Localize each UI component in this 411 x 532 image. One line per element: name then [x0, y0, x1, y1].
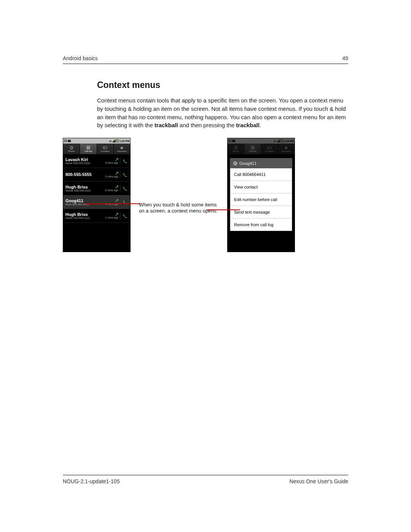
battery-icon [116, 139, 119, 142]
status-time: 1:23 PM [284, 140, 294, 142]
svg-rect-29 [281, 141, 282, 142]
call-entry-time: 0 mins ago [105, 161, 118, 164]
tab-label: Favorites [282, 150, 291, 152]
context-menu-panel: Goog411 Call 8004664411View contactEdit … [230, 158, 292, 231]
call-log-row[interactable]: Hugh BrissHome 510-555-11112 mins ago [63, 209, 130, 223]
context-menu-item[interactable]: Call 8004664411 [230, 168, 292, 181]
tab-contacts[interactable]: Contacts [261, 144, 278, 154]
svg-point-12 [71, 146, 72, 149]
running-footer: NOUG-2.1-update1-105 Nexus One User's Gu… [63, 475, 348, 484]
dial-icon[interactable] [120, 158, 129, 165]
svg-rect-25 [278, 141, 279, 143]
context-menu-title-row: Goog411 [230, 158, 292, 168]
figure-container: 3G 1:23 PM PhoneCall logContactsFavorite… [63, 138, 348, 256]
svg-rect-26 [279, 140, 279, 142]
callout-leader-right [207, 209, 240, 210]
battery-icon [280, 139, 284, 142]
outgoing-call-icon [115, 158, 119, 161]
tab-phone[interactable]: Phone [228, 144, 244, 154]
call-log-row[interactable]: 800-555-55550 mins ago [63, 168, 130, 182]
network-3g-icon: 3G [274, 139, 277, 142]
call-entry-name: Lavash Kiri [65, 157, 105, 162]
outgoing-call-icon [115, 185, 119, 189]
tab-label: Phone [233, 150, 239, 152]
mail-icon [232, 139, 235, 142]
outgoing-call-icon [115, 199, 119, 203]
call-entry-subline: Mobile 650-555-2222 [65, 189, 105, 192]
page-number: 49 [342, 55, 348, 61]
context-menu-item[interactable]: Remove from call log [230, 219, 292, 231]
svg-rect-24 [277, 141, 278, 142]
svg-rect-21 [229, 141, 231, 141]
tab-contacts[interactable]: Contacts [97, 144, 114, 154]
tab-phone[interactable]: Phone [63, 144, 80, 154]
svg-rect-17 [103, 147, 107, 149]
call-entry-name: Hugh Briss [65, 185, 105, 189]
phone-screenshot-calllog: 3G 1:23 PM PhoneCall logContactsFavorite… [63, 138, 131, 252]
context-menu-item[interactable]: Edit number before call [230, 193, 292, 206]
call-log-list: Lavash KiriHome 650-555-33330 mins ago80… [63, 154, 130, 223]
mail-icon [68, 139, 71, 142]
svg-point-18 [104, 147, 105, 148]
tab-call-log[interactable]: Call log [244, 144, 261, 154]
signal-icon [113, 139, 116, 142]
footer-left: NOUG-2.1-update1-105 [63, 478, 119, 484]
dial-icon[interactable] [120, 185, 129, 192]
call-entry-time: 2 mins ago [105, 216, 118, 219]
svg-text:3G: 3G [274, 140, 276, 142]
svg-rect-27 [279, 140, 280, 143]
svg-rect-4 [113, 141, 113, 142]
globe-icon [69, 146, 74, 150]
card-icon [267, 146, 272, 150]
dial-icon[interactable] [120, 199, 129, 206]
tab-call-log[interactable]: Call log [80, 144, 97, 154]
task-icon [64, 139, 67, 142]
svg-point-32 [235, 146, 236, 149]
tab-label: Favorites [117, 150, 127, 152]
svg-text:3G: 3G [109, 140, 112, 142]
svg-point-31 [234, 146, 237, 149]
svg-point-11 [70, 146, 73, 149]
svg-rect-7 [115, 140, 116, 143]
contact-disc-icon [233, 161, 237, 165]
running-header: Android basics 49 [63, 55, 348, 64]
tab-favorites[interactable]: Favorites [114, 144, 130, 154]
svg-rect-10 [117, 139, 118, 140]
call-log-row[interactable]: Goog411Work 800-466-44112 mins ago [63, 195, 130, 209]
call-log-row[interactable]: Lavash KiriHome 650-555-33330 mins ago [63, 154, 130, 168]
star-icon [119, 146, 124, 150]
footer-right: Nexus One User's Guide [290, 478, 348, 484]
call-entry-name: 800-555-5555 [65, 172, 105, 177]
network-3g-icon: 3G [109, 139, 112, 142]
dial-icon[interactable] [120, 171, 129, 178]
context-menu-item[interactable]: Send text message [230, 206, 292, 219]
tab-row: PhoneCall logContactsFavorites [63, 144, 130, 154]
call-entry-subline: Home 650-555-3333 [65, 162, 105, 165]
svg-marker-19 [120, 146, 124, 149]
status-bar: 3G 1:23 PM [63, 138, 130, 144]
tab-label: Phone [68, 150, 75, 152]
list-icon [250, 146, 255, 150]
body-paragraph: Context menus contain tools that apply t… [97, 96, 348, 129]
svg-rect-6 [114, 140, 115, 142]
call-entry-name: Goog411 [65, 198, 105, 203]
tab-label: Call log [84, 150, 92, 152]
tab-favorites[interactable]: Favorites [278, 144, 295, 154]
call-entry-time: 0 mins ago [105, 189, 118, 192]
status-bar: 3G 1:23 PM [228, 138, 295, 144]
status-time: 1:23 PM [119, 140, 129, 142]
call-entry-name: Hugh Briss [65, 212, 105, 217]
context-menu-item[interactable]: View contact [230, 181, 292, 193]
call-log-row[interactable]: Hugh BrissMobile 650-555-22220 mins ago [63, 182, 130, 195]
tab-row-dimmed: PhoneCall logContactsFavorites [228, 144, 295, 154]
task-icon [228, 139, 231, 142]
star-icon [284, 146, 288, 150]
header-left: Android basics [63, 55, 98, 61]
call-entry-time: 0 mins ago [105, 175, 118, 178]
svg-rect-30 [282, 139, 282, 140]
dial-icon[interactable] [120, 212, 129, 219]
globe-icon [234, 146, 238, 150]
svg-rect-9 [116, 141, 118, 142]
tab-label: Contacts [100, 150, 110, 152]
section-title: Context menus [97, 80, 348, 90]
